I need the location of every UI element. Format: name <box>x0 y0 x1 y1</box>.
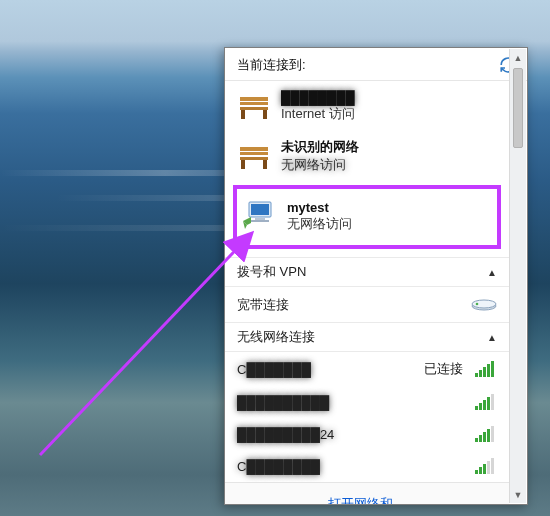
svg-rect-12 <box>255 218 265 220</box>
connection-subtitle: 无网络访问 <box>287 215 352 233</box>
scroll-thumb[interactable] <box>513 68 523 148</box>
svg-rect-24 <box>483 400 486 410</box>
chevron-up-icon: ▲ <box>487 332 497 343</box>
svg-rect-33 <box>479 467 482 474</box>
wifi-item[interactable]: █████████24 <box>225 418 509 450</box>
svg-rect-23 <box>479 403 482 410</box>
svg-rect-9 <box>240 157 268 160</box>
svg-line-37 <box>40 235 250 455</box>
connection-text: 未识别的网络 无网络访问 <box>281 138 359 174</box>
connection-item[interactable]: ████████ Internet 访问 <box>225 81 509 131</box>
svg-rect-18 <box>479 370 482 377</box>
svg-rect-1 <box>240 102 268 105</box>
connection-subtitle: Internet 访问 <box>281 105 355 123</box>
connection-name: ████████ <box>281 90 355 105</box>
svg-point-15 <box>472 300 496 308</box>
svg-rect-22 <box>475 406 478 410</box>
svg-rect-19 <box>483 367 486 377</box>
connection-item-mytest[interactable]: mytest 无网络访问 <box>237 191 497 241</box>
section-header-wireless[interactable]: 无线网络连接 ▲ <box>225 322 509 352</box>
network-flyout: 当前连接到: ████████ <box>224 47 528 505</box>
svg-rect-34 <box>483 464 486 474</box>
wifi-item[interactable]: C███████ 已连接 <box>225 352 509 386</box>
svg-rect-35 <box>487 461 490 474</box>
chevron-up-icon: ▲ <box>487 267 497 278</box>
connection-name: mytest <box>287 200 352 215</box>
svg-rect-6 <box>240 152 268 155</box>
svg-rect-13 <box>251 220 269 222</box>
wifi-name: █████████24 <box>237 427 469 442</box>
computer-icon <box>241 197 279 235</box>
scroll-down-icon[interactable]: ▼ <box>510 486 526 503</box>
highlight-frame: mytest 无网络访问 <box>233 185 501 249</box>
svg-rect-27 <box>475 438 478 442</box>
svg-rect-21 <box>491 361 494 377</box>
scroll-up-icon[interactable]: ▲ <box>510 49 526 66</box>
scroll-track[interactable] <box>510 66 526 486</box>
section-label: 无线网络连接 <box>237 328 315 346</box>
svg-rect-31 <box>491 426 494 442</box>
connection-subtitle: 无网络访问 <box>281 156 359 174</box>
connection-item[interactable]: 未识别的网络 无网络访问 <box>225 131 509 181</box>
connection-text: mytest 无网络访问 <box>287 200 352 233</box>
park-bench-icon <box>235 137 273 175</box>
wifi-name: ██████████ <box>237 395 469 410</box>
footer-link-label: 打开网络和… <box>328 496 406 504</box>
connection-text: ████████ Internet 访问 <box>281 90 355 123</box>
svg-rect-11 <box>251 204 269 215</box>
signal-icon <box>475 394 497 410</box>
svg-rect-0 <box>240 97 268 101</box>
svg-rect-17 <box>475 373 478 377</box>
svg-rect-36 <box>491 458 494 474</box>
wifi-name: C███████ <box>237 362 418 377</box>
signal-icon <box>475 361 497 377</box>
scrollbar[interactable]: ▲ ▼ <box>509 49 526 503</box>
signal-icon <box>475 426 497 442</box>
open-network-center-link[interactable]: 打开网络和… <box>225 482 509 504</box>
svg-rect-30 <box>487 429 490 442</box>
modem-icon <box>471 295 497 314</box>
park-bench-icon <box>235 87 273 125</box>
wifi-status: 已连接 <box>424 360 463 378</box>
wifi-item[interactable]: C████████ <box>225 450 509 482</box>
svg-rect-20 <box>487 364 490 377</box>
wifi-name: C████████ <box>237 459 469 474</box>
signal-icon <box>475 458 497 474</box>
svg-rect-5 <box>240 147 268 151</box>
connection-name: 未识别的网络 <box>281 138 359 156</box>
svg-rect-28 <box>479 435 482 442</box>
svg-rect-26 <box>491 394 494 410</box>
section-label: 拨号和 VPN <box>237 263 306 281</box>
wifi-item[interactable]: ██████████ <box>225 386 509 418</box>
svg-rect-25 <box>487 397 490 410</box>
flyout-content: ████████ Internet 访问 未识别的网络 无网络访问 <box>225 81 527 504</box>
svg-rect-32 <box>475 470 478 474</box>
dialup-item[interactable]: 宽带连接 <box>225 287 509 322</box>
flyout-header: 当前连接到: <box>225 48 527 81</box>
svg-point-16 <box>476 303 479 306</box>
header-title: 当前连接到: <box>237 56 306 74</box>
dialup-name: 宽带连接 <box>237 296 465 314</box>
section-header-dialup[interactable]: 拨号和 VPN ▲ <box>225 257 509 287</box>
svg-rect-29 <box>483 432 486 442</box>
svg-rect-4 <box>240 107 268 110</box>
